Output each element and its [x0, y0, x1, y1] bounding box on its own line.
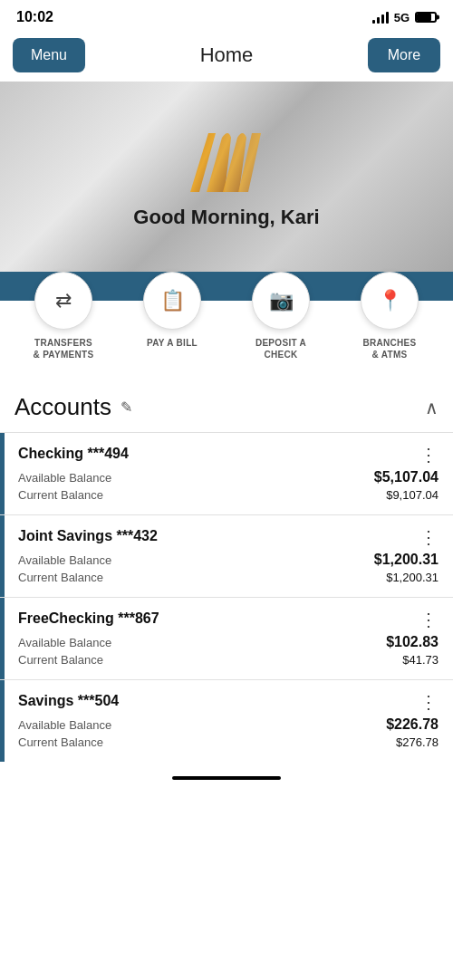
available-label-3: Available Balance	[18, 636, 111, 649]
quick-actions-wrapper: ⇄ TRANSFERS& PAYMENTS 📋 PAY A BILL 📷 DEP…	[0, 272, 453, 375]
account-card-savings[interactable]: Savings ***504 ⋮ Available Balance $226.…	[0, 679, 453, 762]
current-balance-row-free-checking: Current Balance $41.73	[18, 653, 439, 667]
account-card-header-3: FreeChecking ***867 ⋮	[18, 610, 439, 629]
accounts-header: Accounts ✎ ∧	[0, 389, 453, 432]
header: Menu Home More	[0, 31, 453, 82]
edit-icon[interactable]: ✎	[120, 399, 132, 416]
available-value-free-checking: $102.83	[386, 634, 439, 650]
transfers-icon: ⇄	[55, 289, 72, 312]
available-label: Available Balance	[18, 471, 111, 485]
account-menu-checking[interactable]: ⋮	[419, 446, 439, 464]
quick-actions: ⇄ TRANSFERS& PAYMENTS 📋 PAY A BILL 📷 DEP…	[0, 272, 453, 375]
available-value-savings: $226.78	[386, 716, 439, 733]
home-indicator	[0, 762, 453, 787]
battery-icon	[415, 12, 437, 23]
account-name-joint-savings: Joint Savings ***432	[18, 528, 158, 544]
page-title: Home	[200, 43, 254, 67]
account-name-savings: Savings ***504	[18, 693, 119, 709]
current-label: Current Balance	[18, 488, 103, 502]
account-menu-savings[interactable]: ⋮	[419, 693, 439, 711]
available-value-joint-savings: $1,200.31	[374, 552, 439, 568]
action-deposit[interactable]: 📷 DEPOSIT ACHECK	[226, 272, 335, 360]
action-branches[interactable]: 📍 BRANCHES& ATMS	[335, 272, 444, 360]
current-value-joint-savings: $1,200.31	[386, 571, 439, 584]
transfers-label: TRANSFERS& PAYMENTS	[34, 337, 94, 360]
available-label-4: Available Balance	[18, 718, 111, 732]
current-balance-row-joint-savings: Current Balance $1,200.31	[18, 571, 439, 584]
available-balance-row-free-checking: Available Balance $102.83	[18, 634, 439, 650]
menu-button[interactable]: Menu	[13, 38, 85, 72]
status-icons: 5G	[372, 11, 437, 24]
status-bar: 10:02 5G	[0, 0, 453, 31]
account-menu-free-checking[interactable]: ⋮	[419, 610, 439, 629]
pay-bill-icon: 📋	[160, 289, 185, 312]
account-card-joint-savings[interactable]: Joint Savings ***432 ⋮ Available Balance…	[0, 514, 453, 597]
deposit-circle: 📷	[252, 272, 310, 330]
account-card-free-checking[interactable]: FreeChecking ***867 ⋮ Available Balance …	[0, 597, 453, 679]
status-time: 10:02	[16, 9, 53, 25]
available-value-checking: $5,107.04	[374, 469, 439, 485]
current-value-free-checking: $41.73	[402, 653, 439, 667]
branches-circle: 📍	[361, 272, 419, 330]
account-card-header: Checking ***494 ⋮	[18, 446, 439, 464]
current-label-2: Current Balance	[18, 571, 103, 584]
available-balance-row-joint-savings: Available Balance $1,200.31	[18, 552, 439, 568]
more-button[interactable]: More	[368, 38, 440, 72]
current-label-4: Current Balance	[18, 735, 103, 749]
account-menu-joint-savings[interactable]: ⋮	[419, 528, 439, 546]
pay-bill-label: PAY A BILL	[147, 337, 198, 349]
signal-icon	[372, 11, 389, 24]
action-pay-bill[interactable]: 📋 PAY A BILL	[118, 272, 226, 349]
current-balance-row-savings: Current Balance $276.78	[18, 735, 439, 749]
account-card-header-4: Savings ***504 ⋮	[18, 693, 439, 711]
available-balance-row-savings: Available Balance $226.78	[18, 716, 439, 733]
home-bar	[172, 776, 281, 780]
greeting-text: Good Morning, Kari	[133, 206, 319, 229]
current-value-checking: $9,107.04	[386, 488, 439, 502]
hero-banner: Good Morning, Kari	[0, 82, 453, 272]
network-type: 5G	[394, 11, 410, 24]
transfers-circle: ⇄	[34, 272, 92, 330]
account-card-checking[interactable]: Checking ***494 ⋮ Available Balance $5,1…	[0, 432, 453, 514]
brand-logo	[181, 124, 272, 197]
branches-icon: 📍	[378, 289, 402, 312]
account-card-header-2: Joint Savings ***432 ⋮	[18, 528, 439, 546]
action-transfers[interactable]: ⇄ TRANSFERS& PAYMENTS	[9, 272, 118, 360]
account-name-free-checking: FreeChecking ***867	[18, 610, 159, 627]
accounts-section: Accounts ✎ ∧ Checking ***494 ⋮ Available…	[0, 375, 453, 762]
available-balance-row-checking: Available Balance $5,107.04	[18, 469, 439, 485]
current-value-savings: $276.78	[396, 735, 439, 749]
branches-label: BRANCHES& ATMS	[362, 337, 416, 360]
collapse-icon[interactable]: ∧	[425, 397, 439, 418]
deposit-label: DEPOSIT ACHECK	[255, 337, 306, 360]
pay-bill-circle: 📋	[143, 272, 201, 330]
current-label-3: Current Balance	[18, 653, 103, 667]
account-name-checking: Checking ***494	[18, 446, 129, 462]
current-balance-row-checking: Current Balance $9,107.04	[18, 488, 439, 502]
available-label-2: Available Balance	[18, 553, 111, 567]
accounts-title: Accounts	[14, 393, 111, 421]
accounts-header-left: Accounts ✎	[14, 393, 132, 421]
deposit-icon: 📷	[269, 289, 294, 312]
